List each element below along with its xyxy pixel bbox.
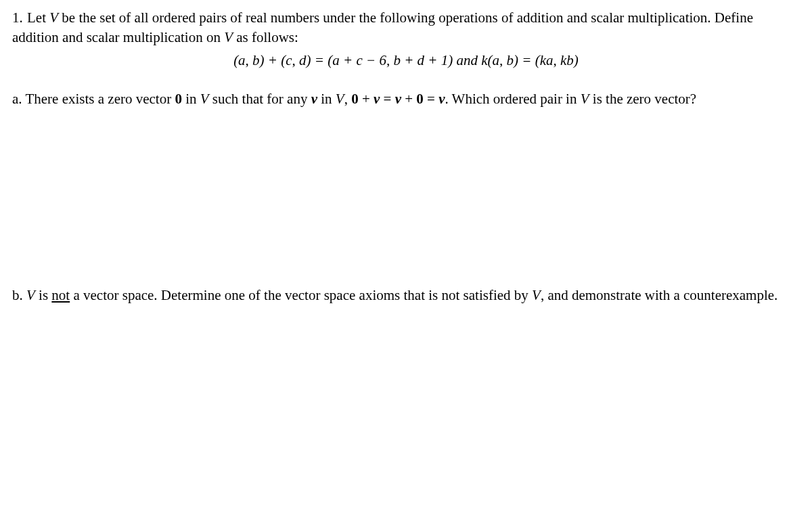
part-a-text-4: , bbox=[344, 91, 352, 107]
part-b-text-1: is bbox=[35, 287, 52, 303]
equation: (a, b) + (c, d) = (a + c − 6, b + d + 1)… bbox=[233, 52, 579, 68]
V-symbol-a1: V bbox=[200, 91, 209, 107]
part-a-text-1: in bbox=[182, 91, 200, 107]
part-a-label: a. There exists a zero vector bbox=[12, 91, 175, 107]
part-b-label: b. bbox=[12, 287, 26, 303]
problem-intro: 1. Let V be the set of all ordered pairs… bbox=[12, 8, 800, 48]
part-a-eq: 0 + v = v + 0 = v bbox=[351, 91, 445, 107]
part-a-text-6: is the zero vector? bbox=[589, 91, 697, 107]
part-b: b. V is not a vector space. Determine on… bbox=[12, 286, 800, 305]
part-b-text-2: a vector space. Determine one of the vec… bbox=[70, 287, 532, 303]
part-a-text-2: such that for any bbox=[209, 91, 311, 107]
problem-number: 1. bbox=[12, 9, 23, 26]
V-symbol-a2: V bbox=[336, 91, 344, 107]
not-underlined: not bbox=[51, 287, 70, 303]
equation-line: (a, b) + (c, d) = (a + c − 6, b + d + 1)… bbox=[12, 51, 800, 70]
V-symbol-b2: V bbox=[532, 287, 541, 303]
V-symbol-2: V bbox=[224, 29, 233, 45]
part-a-text-5: . Which ordered pair in bbox=[445, 91, 581, 107]
intro-text-3: as follows: bbox=[233, 29, 298, 45]
intro-text-1: Let bbox=[27, 9, 49, 26]
V-symbol-a3: V bbox=[581, 91, 589, 107]
v-symbol-1: v bbox=[311, 91, 317, 107]
part-b-text-3: , and demonstrate with a counterexample. bbox=[541, 287, 777, 303]
part-a: a. There exists a zero vector 0 in V suc… bbox=[12, 89, 800, 109]
intro-text-2: be the set of all ordered pairs of real … bbox=[12, 9, 753, 45]
part-a-text-3: in bbox=[317, 91, 336, 107]
V-symbol-b1: V bbox=[26, 287, 35, 303]
zero-vector: 0 bbox=[175, 91, 182, 107]
V-symbol: V bbox=[49, 9, 58, 26]
